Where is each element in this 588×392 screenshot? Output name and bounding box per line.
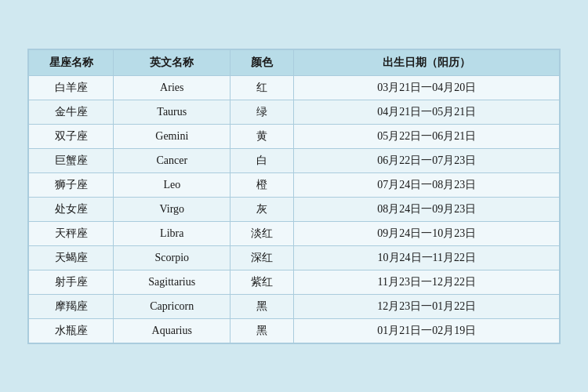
cell-date: 03月21日一04月20日	[294, 75, 560, 100]
table-row: 天蝎座Scorpio深红10月24日一11月22日	[29, 245, 560, 270]
cell-date: 05月22日一06月21日	[294, 124, 560, 148]
cell-color: 红	[230, 75, 294, 100]
table-row: 狮子座Leo橙07月24日一08月23日	[29, 172, 560, 197]
cell-chinese: 水瓶座	[29, 318, 114, 343]
table-row: 处女座Virgo灰08月24日一09月23日	[29, 197, 560, 221]
cell-english: Libra	[114, 221, 230, 245]
cell-chinese: 巨蟹座	[29, 148, 114, 172]
table-row: 双子座Gemini黄05月22日一06月21日	[29, 124, 560, 148]
cell-date: 07月24日一08月23日	[294, 172, 560, 197]
cell-date: 12月23日一01月22日	[294, 294, 560, 318]
header-color: 颜色	[230, 49, 294, 75]
zodiac-table: 星座名称 英文名称 颜色 出生日期（阳历） 白羊座Aries红03月21日一04…	[28, 49, 560, 343]
cell-date: 09月24日一10月23日	[294, 221, 560, 245]
cell-english: Leo	[114, 172, 230, 197]
cell-date: 10月24日一11月22日	[294, 245, 560, 270]
cell-color: 白	[230, 148, 294, 172]
cell-chinese: 天秤座	[29, 221, 114, 245]
cell-chinese: 摩羯座	[29, 294, 114, 318]
cell-color: 深红	[230, 245, 294, 270]
cell-color: 黑	[230, 318, 294, 343]
cell-date: 06月22日一07月23日	[294, 148, 560, 172]
cell-date: 04月21日一05月21日	[294, 100, 560, 124]
cell-english: Sagittarius	[114, 270, 230, 294]
cell-chinese: 金牛座	[29, 100, 114, 124]
table-row: 射手座Sagittarius紫红11月23日一12月22日	[29, 270, 560, 294]
header-date: 出生日期（阳历）	[294, 49, 560, 75]
cell-english: Aquarius	[114, 318, 230, 343]
cell-color: 绿	[230, 100, 294, 124]
cell-color: 灰	[230, 197, 294, 221]
cell-chinese: 射手座	[29, 270, 114, 294]
table-row: 水瓶座Aquarius黑01月21日一02月19日	[29, 318, 560, 343]
cell-color: 紫红	[230, 270, 294, 294]
cell-english: Virgo	[114, 197, 230, 221]
cell-color: 淡红	[230, 221, 294, 245]
cell-color: 黄	[230, 124, 294, 148]
cell-color: 黑	[230, 294, 294, 318]
table-row: 金牛座Taurus绿04月21日一05月21日	[29, 100, 560, 124]
cell-chinese: 双子座	[29, 124, 114, 148]
header-english: 英文名称	[114, 49, 230, 75]
table-header-row: 星座名称 英文名称 颜色 出生日期（阳历）	[29, 49, 560, 75]
cell-chinese: 白羊座	[29, 75, 114, 100]
cell-chinese: 处女座	[29, 197, 114, 221]
cell-date: 11月23日一12月22日	[294, 270, 560, 294]
header-chinese: 星座名称	[29, 49, 114, 75]
table-row: 摩羯座Capricorn黑12月23日一01月22日	[29, 294, 560, 318]
cell-chinese: 狮子座	[29, 172, 114, 197]
cell-english: Scorpio	[114, 245, 230, 270]
cell-english: Aries	[114, 75, 230, 100]
cell-date: 01月21日一02月19日	[294, 318, 560, 343]
cell-english: Taurus	[114, 100, 230, 124]
table-row: 天秤座Libra淡红09月24日一10月23日	[29, 221, 560, 245]
zodiac-table-container: 星座名称 英文名称 颜色 出生日期（阳历） 白羊座Aries红03月21日一04…	[27, 49, 561, 344]
table-row: 白羊座Aries红03月21日一04月20日	[29, 75, 560, 100]
cell-english: Capricorn	[114, 294, 230, 318]
cell-english: Gemini	[114, 124, 230, 148]
cell-english: Cancer	[114, 148, 230, 172]
cell-color: 橙	[230, 172, 294, 197]
cell-chinese: 天蝎座	[29, 245, 114, 270]
cell-date: 08月24日一09月23日	[294, 197, 560, 221]
table-row: 巨蟹座Cancer白06月22日一07月23日	[29, 148, 560, 172]
